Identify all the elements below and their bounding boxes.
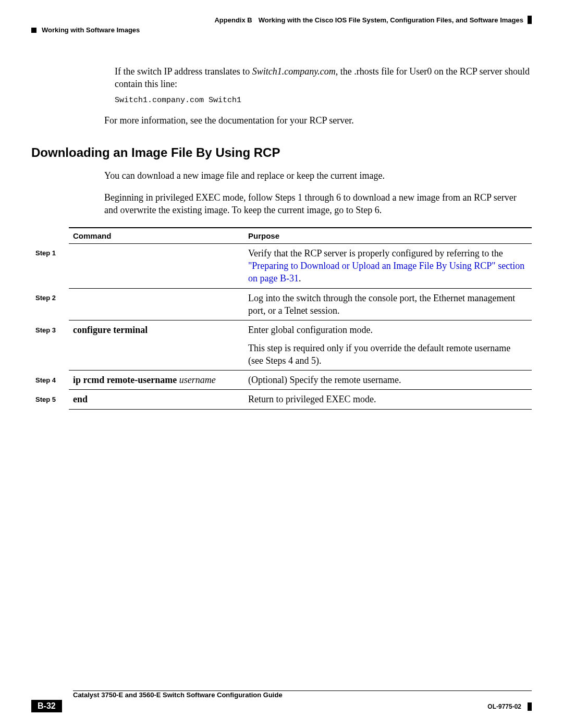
purpose-cell: Enter global configuration mode. This st… [244, 320, 532, 371]
header-bar-icon [528, 16, 532, 24]
section-paragraph-2: Beginning in privileged EXEC mode, follo… [104, 191, 532, 217]
section-breadcrumb: Working with Software Images [42, 26, 140, 34]
code-block: Switch1.company.com Switch1 [115, 96, 532, 105]
table-row: Step 3 configure terminal Enter global c… [31, 320, 532, 371]
command-cell: configure terminal [69, 320, 244, 371]
step-label: Step 1 [31, 243, 69, 288]
command-cell [69, 288, 244, 320]
page-header: Appendix B Working with the Cisco IOS Fi… [31, 16, 532, 24]
step-label: Step 2 [31, 288, 69, 320]
col-purpose: Purpose [244, 228, 532, 244]
section-heading: Downloading an Image File By Using RCP [31, 145, 532, 160]
document-id: OL-9775-02 [487, 703, 521, 710]
step-label: Step 4 [31, 371, 69, 390]
purpose-cell: Log into the switch through the console … [244, 288, 532, 320]
col-command: Command [69, 228, 244, 244]
section-paragraph-1: You can download a new image file and re… [104, 169, 532, 182]
step-label: Step 5 [31, 390, 69, 409]
steps-table: Command Purpose Step 1 Verify that the R… [31, 227, 532, 410]
table-row: Step 5 end Return to privileged EXEC mod… [31, 390, 532, 409]
purpose-cell: Return to privileged EXEC mode. [244, 390, 532, 409]
purpose-cell: (Optional) Specify the remote username. [244, 371, 532, 390]
command-cell [69, 243, 244, 288]
guide-title: Catalyst 3750-E and 3560-E Switch Softwa… [73, 691, 532, 699]
purpose-cell: Verify that the RCP server is properly c… [244, 243, 532, 288]
step-label: Step 3 [31, 320, 69, 371]
command-cell: end [69, 390, 244, 409]
appendix-label: Appendix B [214, 16, 252, 24]
page-footer: Catalyst 3750-E and 3560-E Switch Softwa… [31, 690, 532, 712]
appendix-title: Working with the Cisco IOS File System, … [259, 16, 523, 24]
table-row: Step 1 Verify that the RCP server is pro… [31, 243, 532, 288]
footer-bar-icon [528, 702, 532, 711]
square-bullet-icon [31, 28, 36, 33]
command-cell: ip rcmd remote-username username [69, 371, 244, 390]
page-number-badge: B-32 [31, 700, 62, 712]
table-row: Step 2 Log into the switch through the c… [31, 288, 532, 320]
breadcrumb: Working with Software Images [31, 26, 532, 34]
intro-paragraph-2: For more information, see the documentat… [104, 114, 532, 127]
cross-reference-link[interactable]: "Preparing to Download or Upload an Imag… [248, 261, 524, 283]
table-row: Step 4 ip rcmd remote-username username … [31, 371, 532, 390]
intro-paragraph-1: If the switch IP address translates to S… [115, 65, 532, 91]
